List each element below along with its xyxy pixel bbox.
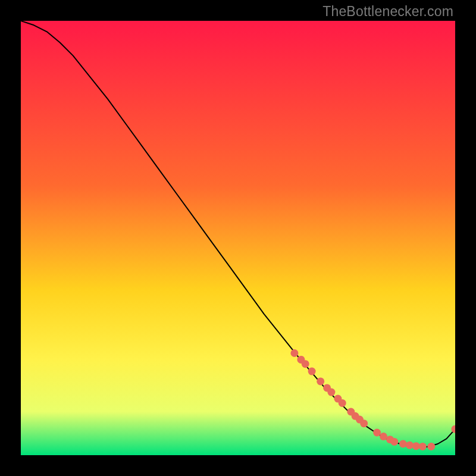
marker-dot (399, 440, 407, 448)
chart-stage: TheBottlenecker.com (0, 0, 476, 476)
marker-dot (317, 377, 324, 385)
marker-dot (373, 429, 381, 437)
marker-dot (290, 349, 298, 357)
marker-dot (406, 441, 414, 449)
marker-dot (427, 443, 435, 450)
marker-dot (302, 360, 309, 368)
marker-dot (327, 389, 335, 396)
marker-dot (419, 443, 427, 450)
marker-dot (308, 368, 316, 375)
marker-dot (390, 438, 398, 446)
gradient-panel (21, 21, 455, 455)
watermark-text: TheBottlenecker.com (322, 4, 453, 20)
marker-dot (339, 399, 346, 407)
bottleneck-chart (21, 21, 455, 455)
marker-dot (360, 419, 368, 427)
